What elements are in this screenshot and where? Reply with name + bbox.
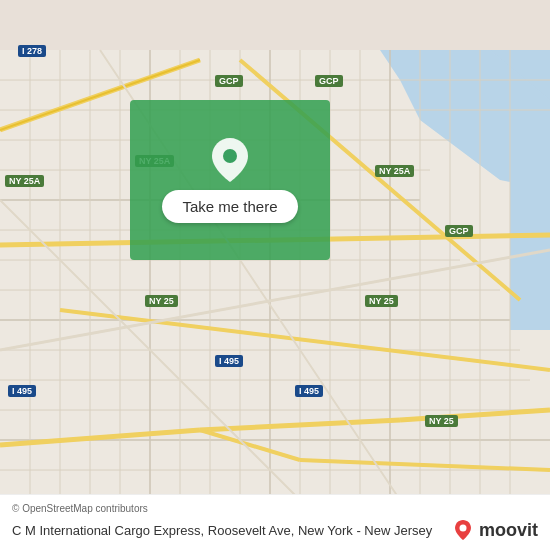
highway-label-ny25a-left: NY 25A [5, 175, 44, 187]
highway-label-i495-left: I 495 [8, 385, 36, 397]
location-pin [212, 138, 248, 182]
highway-label-gcp-top2: GCP [315, 75, 343, 87]
copyright-text: © OpenStreetMap contributors [12, 503, 538, 514]
map-container: I 278 NY 25A NY 25A NY 25A NY 25 NY 25 N… [0, 0, 550, 550]
highway-label-i495-mid: I 495 [295, 385, 323, 397]
highway-label-i495-mid2: I 495 [215, 355, 243, 367]
moovit-icon [451, 518, 475, 542]
highway-label-gcp-right: GCP [445, 225, 473, 237]
moovit-text: moovit [479, 520, 538, 541]
highway-label-ny25-br: NY 25 [425, 415, 458, 427]
location-text: C M International Cargo Express, Rooseve… [12, 523, 451, 538]
location-highlight: Take me there [130, 100, 330, 260]
highway-label-ny25-left: NY 25 [145, 295, 178, 307]
moovit-logo: moovit [451, 518, 538, 542]
svg-point-52 [223, 149, 237, 163]
take-me-there-button[interactable]: Take me there [162, 190, 297, 223]
svg-point-53 [459, 525, 466, 532]
location-info: C M International Cargo Express, Rooseve… [12, 518, 538, 542]
highway-label-i278: I 278 [18, 45, 46, 57]
map-background [0, 0, 550, 550]
bottom-info-bar: © OpenStreetMap contributors C M Interna… [0, 494, 550, 550]
highway-label-ny25a-right: NY 25A [375, 165, 414, 177]
highway-label-gcp-top: GCP [215, 75, 243, 87]
highway-label-ny25-right: NY 25 [365, 295, 398, 307]
